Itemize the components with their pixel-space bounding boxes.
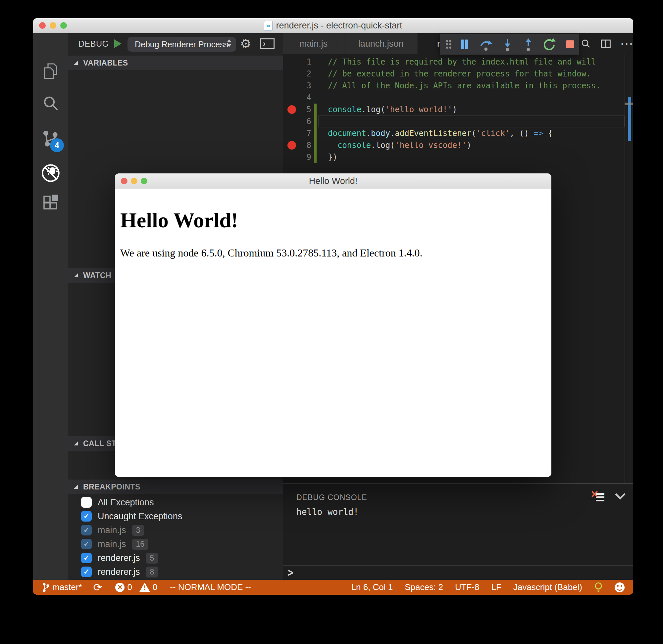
warning-count: 0 (153, 582, 157, 592)
electron-hello-window[interactable]: Hello World! Hello World! We are using n… (115, 174, 551, 477)
twistie-icon (73, 60, 79, 66)
code-line[interactable]: console.log('hello vscode!') (328, 139, 471, 151)
breakpoint-line-badge: 3 (132, 525, 145, 536)
breakpoint-line-badge: 16 (132, 539, 149, 550)
stop-button[interactable] (561, 37, 579, 52)
twistie-icon (73, 273, 79, 278)
configure-gear-icon[interactable]: ⚙ (238, 33, 253, 54)
screen: ∞ renderer.js - electron-quick-start (0, 0, 663, 644)
restart-button[interactable] (540, 37, 559, 52)
section-breakpoints[interactable]: BREAKPOINTS (68, 480, 283, 494)
macos-titlebar: ∞ renderer.js - electron-quick-start (33, 18, 633, 33)
git-branch-item[interactable]: master* (42, 582, 82, 592)
git-changes-badge: 4 (50, 138, 64, 152)
debug-icon[interactable] (33, 158, 68, 188)
breakpoint-label: main.js (98, 525, 126, 535)
scrollbar-track[interactable] (624, 54, 625, 483)
breakpoint-line-badge: 8 (146, 567, 158, 577)
step-into-button[interactable] (499, 37, 516, 52)
code-line[interactable]: document.body.addEventListener('click', … (328, 128, 553, 139)
explorer-icon[interactable] (33, 56, 68, 86)
feedback-smiley-icon[interactable] (615, 582, 624, 592)
section-variables[interactable]: VARIABLES (68, 55, 283, 70)
console-output: hello world! (296, 507, 359, 517)
lightbulb-icon[interactable] (594, 582, 603, 593)
breakpoint-label: renderer.js (98, 567, 140, 577)
section-breakpoints-label: BREAKPOINTS (83, 483, 140, 491)
breakpoint-list-item[interactable]: ✓renderer.js8 (68, 565, 283, 579)
code-line[interactable]: // be executed in the renderer process f… (328, 68, 591, 80)
versions-paragraph: We are using node 6.5.0, Chromium 53.0.2… (120, 247, 546, 259)
breakpoint-list-item[interactable]: ✓renderer.js5 (68, 551, 283, 565)
toolbar-drag-handle[interactable] (444, 37, 453, 52)
breakpoint-checkbox[interactable]: ✓ (81, 511, 92, 522)
step-over-button[interactable] (476, 37, 496, 52)
error-icon: ✕ (115, 583, 125, 592)
encoding[interactable]: UTF-8 (455, 582, 480, 592)
breakpoint-label: All Exceptions (98, 498, 154, 508)
indentation[interactable]: Spaces: 2 (405, 582, 443, 592)
debug-console-title: DEBUG CONSOLE (296, 493, 367, 502)
dropdown-arrows-icon (227, 39, 231, 47)
source-control-icon[interactable]: 4 (33, 123, 68, 153)
code-line[interactable]: // This file is required by the index.ht… (328, 56, 596, 68)
language-mode[interactable]: Javascript (Babel) (513, 582, 582, 592)
sync-icon[interactable]: ⟳ (93, 581, 102, 594)
debug-title: DEBUG (79, 33, 109, 54)
breakpoint-checkbox[interactable]: ✓ (81, 525, 92, 535)
breakpoint-line-badge: 5 (146, 553, 158, 564)
debug-config-dropdown[interactable]: Debug Renderer Process (128, 37, 236, 52)
window-title: renderer.js - electron-quick-start (276, 21, 402, 31)
open-debug-console-icon[interactable]: › (260, 38, 274, 49)
scroll-position-marker (624, 102, 633, 105)
search-icon[interactable] (33, 88, 68, 118)
current-line-highlight (318, 115, 624, 128)
collapse-panel-icon[interactable] (614, 492, 626, 500)
hello-heading: Hello World! (120, 208, 546, 233)
errors-item[interactable]: ✕ 0 (115, 582, 132, 592)
start-debug-button[interactable] (114, 39, 121, 48)
tab-launch-json[interactable]: launch.json (345, 33, 418, 54)
step-out-button[interactable] (519, 37, 537, 52)
breakpoint-label: Uncaught Exceptions (98, 511, 182, 522)
branch-name: master* (52, 582, 82, 592)
breakpoint-list-item[interactable]: All Exceptions (68, 496, 283, 509)
search-editor-icon[interactable] (580, 38, 592, 49)
eol-indicator[interactable]: LF (491, 582, 501, 592)
clear-console-icon[interactable]: ✕ (591, 491, 604, 504)
cursor-position[interactable]: Ln 6, Col 1 (351, 582, 393, 592)
activity-bar: 4 (33, 33, 68, 580)
error-count: 0 (127, 582, 132, 592)
section-variables-label: VARIABLES (83, 59, 128, 68)
warnings-item[interactable]: ! 0 (139, 582, 157, 592)
vim-mode-indicator: -- NORMAL MODE -- (170, 582, 251, 592)
code-line[interactable]: console.log('hello world!') (328, 104, 457, 115)
split-editor-icon[interactable] (600, 38, 611, 49)
breakpoint-list-item[interactable]: ✓main.js3 (68, 523, 283, 537)
breakpoint-checkbox[interactable]: ✓ (81, 553, 92, 563)
window-title-wrap: ∞ renderer.js - electron-quick-start (33, 18, 633, 33)
breakpoint-checkbox[interactable]: ✓ (81, 539, 92, 549)
twistie-icon (73, 441, 79, 446)
breakpoint-checkbox[interactable] (81, 497, 92, 508)
hello-page-content: Hello World! We are using node 6.5.0, Ch… (115, 189, 551, 477)
hello-titlebar: Hello World! (115, 174, 551, 189)
breakpoint-list-item[interactable]: ✓main.js16 (68, 537, 283, 551)
section-watch-label: WATCH (83, 271, 111, 280)
breakpoint-label: renderer.js (98, 553, 140, 563)
breakpoint-list-item[interactable]: ✓Uncaught Exceptions (68, 509, 283, 523)
more-actions-icon[interactable]: ⋯ (620, 39, 633, 49)
extensions-icon[interactable] (33, 189, 68, 218)
breakpoint-checkbox[interactable]: ✓ (81, 567, 92, 577)
status-bar: master* ⟳ ✕ 0 ! 0 -- NORMAL MODE -- Ln 6… (33, 580, 633, 595)
code-line[interactable]: // All of the Node.js APIs are available… (328, 80, 601, 92)
console-prompt[interactable]: > (288, 566, 293, 579)
code-line[interactable]: }) (328, 151, 337, 163)
debug-toolbar (440, 34, 579, 54)
debug-header: DEBUG Debug Renderer Process ⚙ › (68, 33, 283, 54)
console-input-divider (283, 565, 633, 566)
debug-config-name: Debug Renderer Process (135, 40, 228, 49)
tab-main-js[interactable]: main.js (283, 33, 345, 54)
breakpoint-label: main.js (98, 539, 126, 549)
pause-button[interactable] (455, 37, 473, 52)
